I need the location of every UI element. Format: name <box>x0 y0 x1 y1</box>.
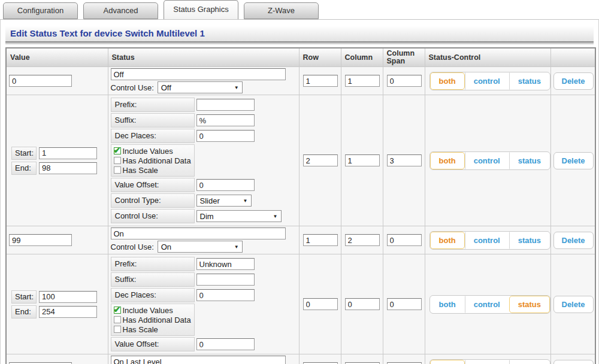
column-input[interactable] <box>345 298 380 310</box>
has-additional-data-label: Has Additional Data <box>123 156 191 165</box>
dropdown-arrow-icon: ▼ <box>234 85 239 90</box>
has-additional-data-checkbox[interactable] <box>114 316 121 323</box>
control-use-select[interactable]: Dim ▼ <box>196 210 282 222</box>
control-button[interactable]: control <box>465 232 509 249</box>
delete-button[interactable]: Delete <box>553 152 594 169</box>
dropdown-arrow-icon: ▼ <box>273 214 278 219</box>
tab-bar: ConfigurationAdvancedStatus GraphicsZ-Wa… <box>0 0 599 19</box>
row-input[interactable] <box>303 298 338 310</box>
delete-button[interactable]: Delete <box>553 72 594 90</box>
include-values-checkbox[interactable] <box>114 147 121 154</box>
control-use-label: Control Use: <box>111 83 154 92</box>
status-button[interactable]: status <box>509 72 550 90</box>
start-label: Start: <box>11 147 37 160</box>
value-input[interactable] <box>9 75 72 87</box>
status-text-input[interactable] <box>111 356 286 364</box>
header-column: Column <box>341 48 383 67</box>
both-button[interactable]: both <box>430 72 465 90</box>
status-button[interactable]: status <box>509 232 550 249</box>
row-input[interactable] <box>303 154 338 166</box>
include-values-checkbox[interactable] <box>114 307 121 314</box>
table-row: Control Use: On ▼ both control status De… <box>6 226 595 254</box>
start-label: Start: <box>11 290 37 304</box>
has-additional-data-checkbox[interactable] <box>114 157 121 164</box>
column-span-input[interactable] <box>387 75 422 87</box>
end-input[interactable] <box>39 162 97 174</box>
tab-z-wave[interactable]: Z-Wave <box>244 2 319 19</box>
delete-button[interactable]: Delete <box>553 232 594 249</box>
status-button[interactable]: status <box>509 152 550 169</box>
control-button[interactable]: control <box>465 296 509 313</box>
status-control-group: both control status <box>429 231 551 250</box>
value-offset-label: Value Offset: <box>111 178 195 192</box>
table-header-row: Value Status Row Column Column Span Stat… <box>6 48 595 67</box>
column-input[interactable] <box>345 154 380 166</box>
control-button[interactable]: control <box>465 72 509 90</box>
status-text-table: Value Status Row Column Column Span Stat… <box>5 47 596 364</box>
include-values-label: Include Values <box>123 306 173 315</box>
status-button[interactable]: status <box>509 296 550 313</box>
start-input[interactable] <box>39 147 97 159</box>
end-label: End: <box>11 305 37 318</box>
delete-button[interactable]: Delete <box>553 296 594 313</box>
header-status: Status <box>108 48 299 67</box>
value-offset-label: Value Offset: <box>111 337 195 351</box>
row-input[interactable] <box>303 234 338 246</box>
page-title: Edit Status Text for device Switch Multi… <box>5 26 594 43</box>
has-scale-checkbox[interactable] <box>114 166 121 174</box>
control-use-value: On <box>161 242 171 251</box>
end-input[interactable] <box>39 306 97 318</box>
column-span-input[interactable] <box>387 234 422 246</box>
both-button[interactable]: both <box>430 296 465 313</box>
suffix-label: Suffix: <box>111 113 195 128</box>
dec-places-input[interactable] <box>196 130 255 142</box>
column-span-input[interactable] <box>387 154 422 166</box>
control-use-select[interactable]: On ▼ <box>158 241 243 253</box>
header-column-span: Column Span <box>383 48 425 67</box>
start-input[interactable] <box>39 291 97 303</box>
delete-button[interactable]: Delete <box>553 360 594 364</box>
dec-places-input[interactable] <box>196 289 255 301</box>
checkbox-group: Include Values Has Additional Data Has S… <box>111 144 195 177</box>
content-panel: Edit Status Text for device Switch Multi… <box>0 19 599 364</box>
both-button[interactable]: both <box>430 232 465 249</box>
value-offset-input[interactable] <box>196 179 255 191</box>
control-use-value: Dim <box>200 212 214 221</box>
has-additional-data-label: Has Additional Data <box>123 316 191 324</box>
status-text-input[interactable] <box>111 68 286 80</box>
control-use-label: Control Use: <box>111 242 154 251</box>
both-button[interactable]: both <box>430 152 465 169</box>
status-text-input[interactable] <box>111 228 286 239</box>
prefix-input[interactable] <box>196 258 255 270</box>
status-button[interactable]: status <box>509 360 550 364</box>
dropdown-arrow-icon: ▼ <box>243 198 248 204</box>
control-button[interactable]: control <box>465 360 509 364</box>
suffix-input[interactable] <box>196 114 255 126</box>
suffix-input[interactable] <box>196 274 255 286</box>
column-span-input[interactable] <box>387 298 422 310</box>
tab-advanced[interactable]: Advanced <box>83 2 158 19</box>
control-type-select[interactable]: Slider ▼ <box>196 195 252 207</box>
value-input[interactable] <box>9 234 72 246</box>
dropdown-arrow-icon: ▼ <box>234 244 239 250</box>
has-scale-label: Has Scale <box>123 166 158 175</box>
column-input[interactable] <box>345 234 380 246</box>
column-input[interactable] <box>345 75 380 87</box>
value-offset-input[interactable] <box>196 338 255 350</box>
control-use-select[interactable]: Off ▼ <box>158 81 243 93</box>
prefix-label: Prefix: <box>111 98 195 112</box>
control-use-label: Control Use: <box>111 209 195 223</box>
status-control-group: both control status <box>429 72 551 90</box>
dec-places-label: Dec Places: <box>111 288 195 302</box>
tab-status-graphics[interactable]: Status Graphics <box>164 0 238 19</box>
header-row: Row <box>299 48 341 67</box>
tab-configuration[interactable]: Configuration <box>3 2 78 19</box>
has-scale-checkbox[interactable] <box>114 326 121 333</box>
header-value: Value <box>6 48 108 67</box>
prefix-input[interactable] <box>196 99 255 111</box>
header-delete <box>550 48 595 67</box>
row-input[interactable] <box>303 75 338 87</box>
control-button[interactable]: control <box>465 152 509 169</box>
both-button[interactable]: both <box>430 360 465 364</box>
header-status-control: Status-Control <box>425 48 550 67</box>
